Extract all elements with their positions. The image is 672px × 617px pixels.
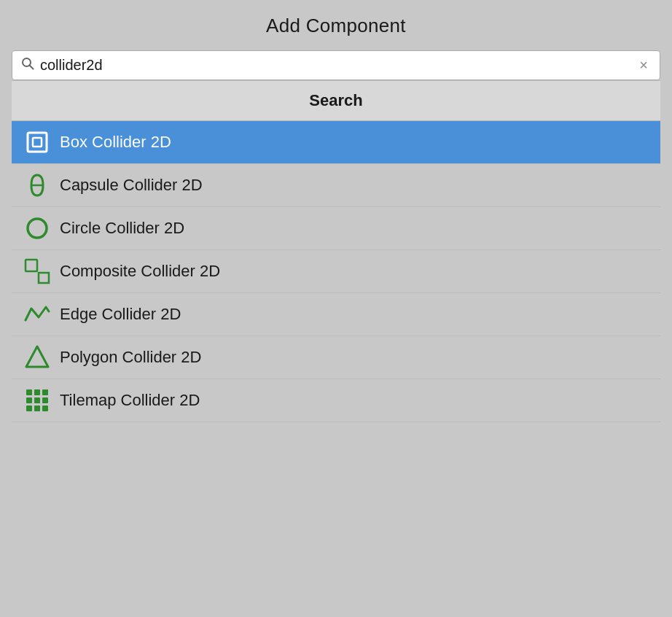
list-item-label: Box Collider 2D <box>60 133 171 152</box>
list-item[interactable]: Circle Collider 2D <box>12 207 660 250</box>
svg-rect-10 <box>26 389 32 395</box>
svg-rect-16 <box>26 405 32 411</box>
list-item-label: Circle Collider 2D <box>60 219 184 238</box>
list-item[interactable]: Box Collider 2D <box>12 121 660 164</box>
circle-collider-icon <box>23 214 51 242</box>
svg-rect-12 <box>42 389 48 395</box>
list-item-label: Tilemap Collider 2D <box>60 391 200 410</box>
box-collider-icon <box>23 128 51 156</box>
svg-rect-11 <box>34 389 40 395</box>
dialog-title: Add Component <box>266 15 406 37</box>
edge-collider-icon <box>23 300 51 328</box>
svg-rect-17 <box>34 405 40 411</box>
search-icon <box>21 57 34 74</box>
svg-rect-14 <box>34 397 40 403</box>
svg-marker-9 <box>26 346 48 367</box>
list-item[interactable]: Capsule Collider 2D <box>12 164 660 207</box>
svg-rect-3 <box>33 138 42 147</box>
capsule-collider-icon <box>23 171 51 199</box>
list-item-label: Polygon Collider 2D <box>60 348 201 367</box>
list-item[interactable]: Edge Collider 2D <box>12 293 660 336</box>
list-item-label: Edge Collider 2D <box>60 305 181 324</box>
list-item-label: Capsule Collider 2D <box>60 176 203 195</box>
svg-rect-13 <box>26 397 32 403</box>
polygon-collider-icon <box>23 344 51 371</box>
search-bar: × <box>12 50 660 80</box>
list-item[interactable]: Polygon Collider 2D <box>12 336 660 379</box>
list-item[interactable]: Tilemap Collider 2D <box>12 379 660 422</box>
composite-collider-icon <box>23 257 51 285</box>
tilemap-collider-icon <box>23 387 51 414</box>
svg-rect-2 <box>28 133 47 152</box>
svg-rect-15 <box>42 397 48 403</box>
search-category-header[interactable]: Search <box>12 80 660 121</box>
svg-marker-8 <box>39 273 49 283</box>
results-list: Search Box Collider 2D Capsule Collider … <box>12 80 660 422</box>
list-item-label: Composite Collider 2D <box>60 262 220 281</box>
svg-point-6 <box>28 219 47 238</box>
clear-button[interactable]: × <box>636 57 651 74</box>
add-component-dialog: Add Component × Search Box Collider 2D <box>0 0 672 617</box>
search-input[interactable] <box>40 57 636 74</box>
svg-rect-7 <box>26 260 37 271</box>
svg-rect-18 <box>42 405 48 411</box>
svg-line-1 <box>30 66 34 69</box>
list-item[interactable]: Composite Collider 2D <box>12 250 660 293</box>
